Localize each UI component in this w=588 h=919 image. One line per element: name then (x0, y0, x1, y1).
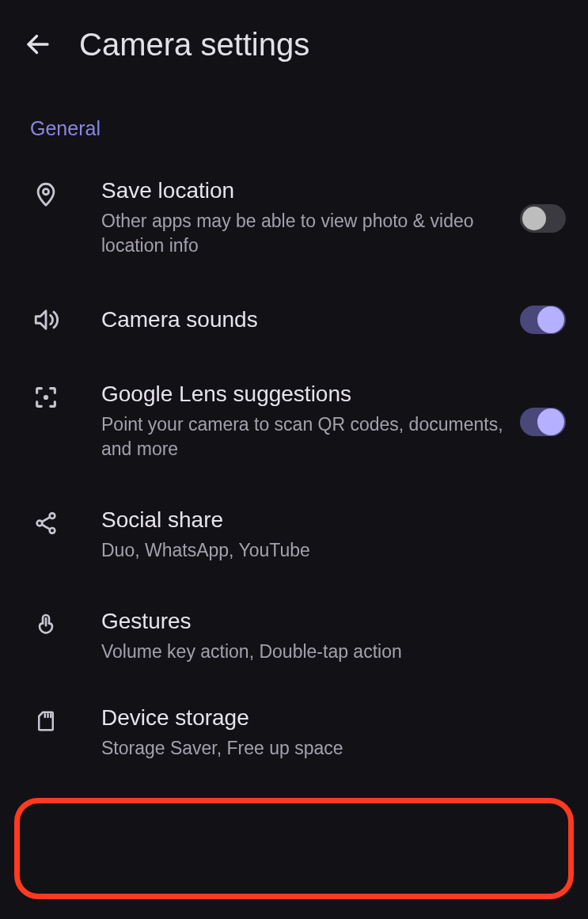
settings-list: Save location Other apps may be able to … (0, 148, 588, 777)
toggle-knob (522, 207, 546, 230)
share-icon (30, 507, 62, 539)
row-subtitle: Storage Saver, Free up space (101, 736, 550, 761)
svg-marker-2 (36, 311, 46, 329)
row-subtitle: Volume key action, Double-tap action (101, 640, 550, 664)
toggle-save-location[interactable] (520, 204, 566, 233)
row-body: Gestures Volume key action, Double-tap a… (62, 607, 566, 664)
row-title: Gestures (101, 607, 550, 635)
row-title: Save location (101, 177, 504, 204)
toggle-knob (537, 408, 564, 435)
row-subtitle: Point your camera to scan QR codes, docu… (101, 412, 504, 461)
location-pin-icon (30, 178, 62, 210)
sd-card-icon (30, 705, 62, 737)
page-title: Camera settings (79, 27, 309, 63)
row-camera-sounds[interactable]: Camera sounds (0, 274, 588, 351)
annotation-highlight (14, 798, 574, 899)
row-subtitle: Duo, WhatsApp, YouTube (101, 538, 550, 563)
row-title: Social share (101, 506, 550, 534)
row-body: Camera sounds (62, 306, 520, 333)
row-title: Google Lens suggestions (101, 380, 504, 408)
toggle-knob (537, 306, 564, 333)
row-body: Google Lens suggestions Point your camer… (62, 380, 520, 461)
svg-line-8 (42, 525, 50, 530)
toggle-google-lens[interactable] (520, 408, 566, 436)
lens-scan-icon (30, 382, 62, 413)
row-title: Device storage (101, 704, 550, 731)
row-body: Save location Other apps may be able to … (62, 177, 520, 258)
svg-point-3 (44, 395, 48, 400)
row-body: Social share Duo, WhatsApp, YouTube (62, 506, 566, 563)
arrow-left-icon (24, 30, 52, 59)
row-social-share[interactable]: Social share Duo, WhatsApp, YouTube (0, 477, 588, 579)
row-gestures[interactable]: Gestures Volume key action, Double-tap a… (0, 579, 588, 680)
touch-icon (30, 609, 62, 640)
row-device-storage[interactable]: Device storage Storage Saver, Free up sp… (0, 680, 588, 777)
row-save-location[interactable]: Save location Other apps may be able to … (0, 148, 588, 274)
speaker-icon (30, 304, 62, 336)
header: Camera settings (0, 0, 588, 82)
row-subtitle: Other apps may be able to view photo & v… (101, 209, 504, 258)
row-body: Device storage Storage Saver, Free up sp… (62, 704, 566, 761)
row-google-lens[interactable]: Google Lens suggestions Point your camer… (0, 351, 588, 477)
toggle-camera-sounds[interactable] (520, 306, 566, 334)
svg-line-7 (42, 518, 50, 522)
settings-screen: Camera settings General Save location Ot… (0, 0, 588, 919)
svg-point-1 (43, 189, 48, 195)
row-title: Camera sounds (101, 306, 504, 333)
section-label-general: General (0, 82, 588, 148)
back-button[interactable] (19, 25, 57, 63)
